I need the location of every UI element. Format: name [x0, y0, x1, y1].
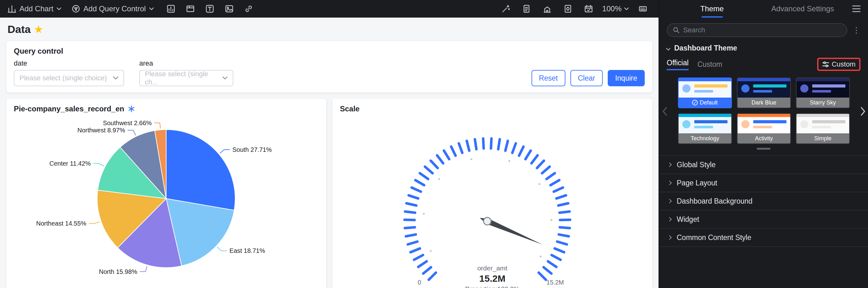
tab-advanced-settings[interactable]: Advanced Settings [757, 0, 848, 18]
theme-thumb-default[interactable]: ✓Default [678, 78, 732, 108]
image-icon [225, 4, 234, 13]
theme-thumb-activity[interactable]: Activity [737, 113, 791, 144]
area-select[interactable]: Please select (single ch... [139, 70, 233, 86]
link-icon [244, 4, 253, 13]
search-icon [673, 27, 680, 34]
zoom-dropdown[interactable]: 100% [602, 4, 629, 13]
inquire-button[interactable]: Inquire [608, 70, 645, 86]
text-component-button[interactable] [203, 2, 217, 15]
theme-thumb-dark[interactable]: Dark Blue [737, 78, 791, 108]
beautify-button[interactable] [499, 2, 513, 15]
document-button[interactable] [520, 2, 533, 15]
next-themes-arrow[interactable] [861, 107, 866, 118]
svg-text:Southwest 2.66%: Southwest 2.66% [103, 119, 152, 126]
area-field: area Please select (single ch... [139, 59, 233, 86]
subtab-custom[interactable]: Custom [698, 60, 722, 69]
carousel-indicator[interactable] [757, 148, 771, 150]
date-field: date Please select (single choice) [14, 59, 124, 86]
calendar-check-icon [584, 4, 593, 13]
dashboard-theme-label: Dashboard Theme [674, 44, 737, 52]
panel-section-global-style[interactable]: Global Style [659, 156, 868, 174]
doc-settings-icon [563, 4, 572, 13]
theme-thumbnails-grid: ✓DefaultDark BlueStarry SkyTechnologyAct… [678, 78, 868, 144]
gauge-chart-widget[interactable]: Scale 015.2M order_amt 15.2M Proportion:… [332, 99, 652, 288]
chevron-down-icon [57, 7, 61, 10]
menu-icon[interactable] [848, 5, 861, 12]
area-field-label: area [139, 59, 233, 67]
theme-name: Dark Blue [738, 97, 790, 108]
panel-sections: Global StylePage LayoutDashboard Backgro… [659, 155, 868, 247]
theme-search-box[interactable] [667, 23, 847, 37]
gauge-value: 15.2M [332, 273, 652, 284]
theme-name: ✓Default [679, 97, 731, 108]
section-label: Dashboard Background [677, 197, 753, 205]
chevron-right-icon [667, 163, 672, 167]
combo-chart-button[interactable] [164, 2, 178, 15]
gauge-chart: 015.2M [340, 115, 645, 288]
add-chart-button[interactable]: Add Chart [7, 4, 61, 13]
section-label: Common Content Style [677, 233, 751, 242]
panel-section-page-layout[interactable]: Page Layout [659, 174, 868, 192]
toolbar-right-group: 100% [499, 2, 650, 15]
add-query-control-button[interactable]: Add Query Control [71, 4, 154, 13]
dashboard-theme-section-header[interactable]: Dashboard Theme [659, 43, 868, 56]
svg-text:North 15.98%: North 15.98% [99, 268, 138, 275]
text-icon [206, 4, 214, 13]
theme-thumb-tech[interactable]: Technology [678, 113, 732, 144]
calendar-button[interactable] [582, 2, 595, 15]
chevron-down-icon [149, 7, 154, 10]
subtab-official[interactable]: Official [667, 59, 689, 70]
sliders-icon [822, 61, 829, 68]
reset-button[interactable]: Reset [531, 70, 565, 86]
svg-text:East 18.71%: East 18.71% [229, 247, 265, 254]
panel-section-common-content-style[interactable]: Common Content Style [659, 229, 868, 247]
theme-preview [797, 114, 849, 133]
pie-chart: South 27.71%East 18.71%North 15.98%North… [14, 115, 319, 288]
theme-thumb-starry[interactable]: Starry Sky [796, 78, 850, 108]
pie-chart-title: Pie-company_sales_record_en [14, 105, 124, 113]
prev-themes-arrow[interactable] [662, 107, 667, 118]
theme-name: Starry Sky [797, 97, 849, 108]
more-options-icon[interactable]: ⋮ [852, 26, 861, 34]
theme-preview [797, 78, 849, 97]
date-select-placeholder: Please select (single choice) [20, 74, 107, 82]
insert-icons-group [164, 2, 255, 15]
template-button[interactable] [540, 2, 554, 15]
area-select-placeholder: Please select (single ch... [145, 70, 219, 86]
preview-doc-button[interactable] [561, 2, 575, 15]
gauge-proportion: Proportion:100.0% [332, 285, 652, 288]
clear-button[interactable]: Clear [570, 70, 603, 86]
tab-component-button[interactable] [183, 2, 197, 15]
query-card-title: Query control [14, 47, 645, 56]
check-icon: ✓ [692, 100, 698, 106]
search-input[interactable] [683, 26, 841, 34]
link-component-button[interactable] [242, 2, 255, 15]
dashboard-canvas[interactable]: Data ★ Query control date Please select … [0, 18, 658, 288]
query-control-card: Query control date Please select (single… [6, 41, 652, 92]
panel-section-dashboard-background[interactable]: Dashboard Background [659, 192, 868, 210]
settings-panel-header: Theme Advanced Settings [659, 0, 868, 18]
star-icon: ★ [34, 25, 43, 34]
gauge-metric-label: order_amt [332, 264, 652, 272]
tab-theme[interactable]: Theme [667, 0, 757, 18]
section-label: Page Layout [677, 179, 717, 187]
chevron-right-icon [667, 199, 672, 203]
date-select[interactable]: Please select (single choice) [14, 70, 124, 86]
query-control-icon [71, 4, 80, 13]
editor-toolbar: Add Chart Add Query Control [0, 0, 658, 18]
custom-theme-button[interactable]: Custom [817, 58, 861, 71]
chevron-right-icon [667, 235, 672, 240]
pie-chart-widget[interactable]: Pie-company_sales_record_en South 27.71%… [6, 99, 326, 288]
tab-icon [186, 4, 195, 13]
panel-section-widget[interactable]: Widget [659, 210, 868, 229]
theme-preview [738, 78, 790, 97]
add-chart-label: Add Chart [20, 4, 53, 13]
image-component-button[interactable] [222, 2, 236, 15]
theme-thumb-simple[interactable]: Simple [796, 113, 850, 144]
custom-theme-button-label: Custom [832, 60, 856, 68]
shortcut-keys-button[interactable] [636, 2, 650, 15]
theme-name: Simple [797, 133, 849, 143]
gauge-meta: order_amt 15.2M Proportion:100.0% [332, 264, 652, 288]
add-query-control-label: Add Query Control [84, 4, 146, 13]
combo-chart-icon [166, 4, 175, 13]
